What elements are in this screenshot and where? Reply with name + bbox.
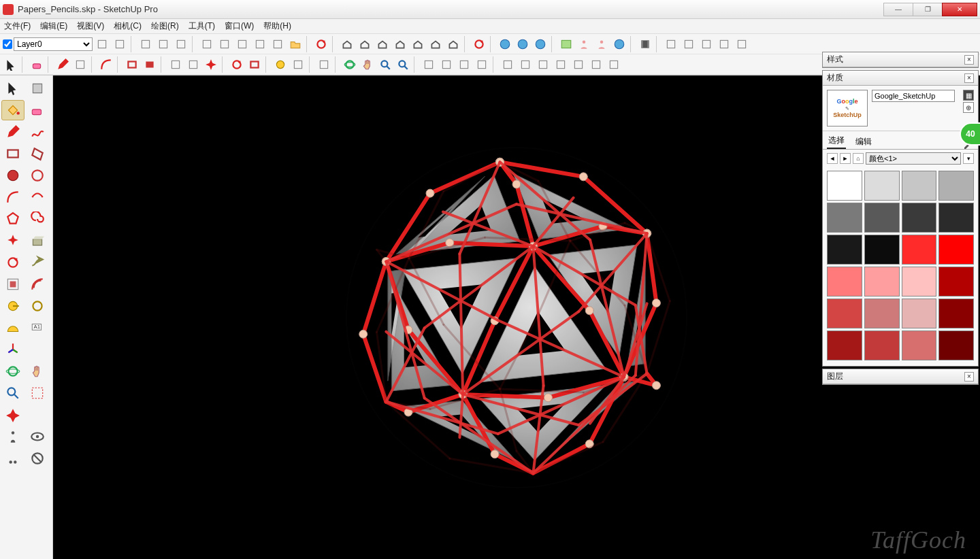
tb1-window-3[interactable] bbox=[698, 36, 715, 52]
tb1-window-5[interactable] bbox=[734, 36, 750, 52]
tb2-fog[interactable] bbox=[456, 56, 472, 73]
tb2-vertex-2[interactable] bbox=[185, 56, 201, 73]
tb2-pan-hand[interactable] bbox=[359, 56, 376, 73]
tb1-toggle-layer[interactable] bbox=[94, 36, 110, 52]
material-add-icon[interactable]: ⊕ bbox=[963, 102, 974, 113]
tb2-vertex-1[interactable] bbox=[167, 56, 184, 73]
material-copy-icon[interactable]: ▦ bbox=[963, 90, 974, 101]
nav-fwd-icon[interactable]: ► bbox=[840, 153, 851, 164]
tool-circle[interactable] bbox=[1, 165, 24, 186]
menu-item[interactable]: 窗口(W) bbox=[225, 20, 254, 32]
tb2-compass-rose[interactable] bbox=[203, 56, 219, 73]
tool-tape[interactable] bbox=[1, 296, 24, 316]
layer-select[interactable]: Layer0 bbox=[14, 37, 93, 51]
tb1-folder-1[interactable] bbox=[199, 36, 215, 52]
swatch[interactable] bbox=[938, 235, 974, 265]
tb1-proj-1[interactable] bbox=[137, 36, 154, 52]
tb2-outliner[interactable] bbox=[474, 56, 490, 73]
tb1-house-right[interactable] bbox=[427, 36, 444, 52]
swatch[interactable] bbox=[827, 203, 862, 233]
maximize-button[interactable]: ❐ bbox=[913, 3, 943, 16]
tb1-folder-4[interactable] bbox=[252, 36, 268, 52]
tb1-house-back[interactable] bbox=[410, 36, 426, 52]
tool-push-pull[interactable] bbox=[26, 231, 49, 251]
tb1-house-bottom[interactable] bbox=[445, 36, 461, 52]
tb1-map[interactable] bbox=[558, 36, 574, 52]
tool-zoom[interactable] bbox=[1, 383, 24, 403]
tb1-cloud[interactable] bbox=[611, 36, 627, 52]
materials-tab-edit[interactable]: 编辑 bbox=[854, 135, 873, 149]
tb1-folder-stack[interactable] bbox=[287, 36, 304, 52]
tool-zoom-extents[interactable] bbox=[1, 405, 24, 425]
tb2-layers[interactable] bbox=[421, 56, 437, 73]
materials-tab-select[interactable]: 选择 bbox=[827, 133, 846, 149]
minimize-button[interactable]: — bbox=[883, 3, 913, 16]
tool-pencil[interactable] bbox=[1, 122, 24, 142]
tool-eye[interactable] bbox=[26, 426, 49, 447]
swatch[interactable] bbox=[938, 267, 974, 297]
tool-select-arrow[interactable] bbox=[1, 78, 24, 99]
tool-offset[interactable] bbox=[26, 274, 49, 294]
tb2-zoom-ext[interactable] bbox=[395, 56, 411, 73]
tb1-house-iso[interactable] bbox=[339, 36, 355, 52]
tb2-comp-2[interactable] bbox=[517, 56, 534, 73]
nav-menu-icon[interactable]: ▾ bbox=[963, 153, 974, 164]
tool-arc[interactable] bbox=[1, 187, 24, 207]
menu-item[interactable]: 编辑(E) bbox=[40, 20, 67, 32]
tb2-comp-4[interactable] bbox=[553, 56, 569, 73]
tb2-comp-5[interactable] bbox=[570, 56, 587, 73]
notification-badge[interactable]: 40 bbox=[960, 122, 980, 146]
tb1-layer-opts[interactable] bbox=[112, 36, 128, 52]
tb2-glass-1[interactable] bbox=[316, 56, 332, 73]
tb2-orbit-green[interactable] bbox=[342, 56, 358, 73]
swatch[interactable] bbox=[938, 331, 974, 360]
swatch[interactable] bbox=[864, 267, 900, 297]
tb1-sphere-grid[interactable] bbox=[514, 36, 531, 52]
swatch[interactable] bbox=[864, 331, 900, 360]
panel-materials-close-icon[interactable]: × bbox=[964, 73, 974, 83]
tb2-arc-red[interactable] bbox=[98, 56, 114, 73]
tool-move-rose[interactable] bbox=[1, 231, 24, 251]
swatch[interactable] bbox=[827, 267, 862, 297]
tb1-window-1[interactable] bbox=[663, 36, 679, 52]
tb1-house-front[interactable] bbox=[374, 36, 391, 52]
tool-paint-bucket[interactable] bbox=[1, 100, 24, 120]
tb2-comp-6[interactable] bbox=[588, 56, 604, 73]
menu-item[interactable]: 文件(F) bbox=[4, 20, 31, 32]
tb1-window-4[interactable] bbox=[716, 36, 732, 52]
swatch[interactable] bbox=[827, 331, 862, 360]
swatch[interactable] bbox=[902, 235, 937, 265]
tb2-zoom[interactable] bbox=[377, 56, 393, 73]
swatch[interactable] bbox=[938, 299, 974, 328]
tb1-house-top[interactable] bbox=[357, 36, 373, 52]
tb1-rotate-cam[interactable] bbox=[471, 36, 487, 52]
tool-text[interactable]: A1 bbox=[26, 318, 49, 338]
tool-shape-builder[interactable] bbox=[26, 78, 49, 99]
tool-circle-2[interactable] bbox=[26, 165, 49, 186]
swatch[interactable] bbox=[938, 171, 974, 201]
tb2-rot-red[interactable] bbox=[229, 56, 245, 73]
tb2-comp-7[interactable] bbox=[606, 56, 622, 73]
panel-styles-close-icon[interactable]: × bbox=[964, 55, 974, 65]
menu-item[interactable]: 工具(T) bbox=[189, 20, 215, 32]
close-button[interactable]: ✕ bbox=[942, 3, 977, 16]
tool-scale[interactable] bbox=[1, 274, 24, 294]
tb1-globe[interactable] bbox=[497, 36, 513, 52]
tb2-pencil-red[interactable] bbox=[54, 56, 71, 73]
swatch[interactable] bbox=[827, 171, 862, 201]
swatch[interactable] bbox=[902, 171, 937, 201]
swatch[interactable] bbox=[864, 171, 900, 201]
tool-arc-2[interactable] bbox=[26, 187, 49, 207]
tool-orbit[interactable] bbox=[1, 361, 24, 382]
swatch[interactable] bbox=[902, 299, 937, 328]
tb1-head[interactable] bbox=[593, 36, 610, 52]
tool-rect-rot[interactable] bbox=[26, 143, 49, 164]
swatch[interactable] bbox=[864, 299, 900, 328]
tb1-people[interactable] bbox=[576, 36, 592, 52]
nav-home-icon[interactable]: ⌂ bbox=[853, 153, 864, 164]
tool-tape-2[interactable] bbox=[26, 296, 49, 316]
tb2-dim[interactable] bbox=[290, 56, 306, 73]
menu-item[interactable]: 视图(V) bbox=[77, 20, 104, 32]
tb1-proj-3[interactable] bbox=[173, 36, 189, 52]
tool-zoom-window[interactable] bbox=[26, 383, 49, 403]
